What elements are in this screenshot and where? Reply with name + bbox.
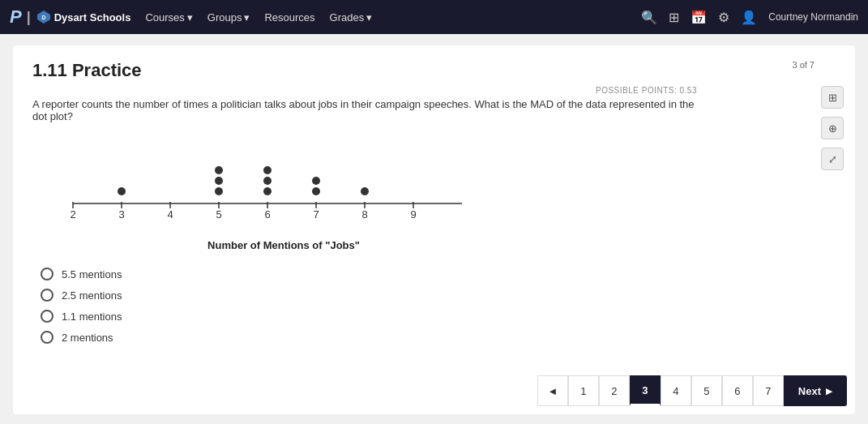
choice-b[interactable]: 2.5 mentions (41, 289, 836, 302)
circle-side-icon[interactable]: ⊕ (821, 117, 844, 139)
expand-side-icon[interactable]: ⤢ (821, 148, 844, 170)
logo-p: P (10, 8, 22, 26)
page-3-button[interactable]: 3 (630, 375, 661, 406)
svg-text:6: 6 (264, 208, 270, 221)
svg-text:8: 8 (361, 208, 367, 221)
dot-plot-container: 2 3 4 5 6 7 8 9 (57, 139, 511, 251)
school-name: Dysart Schools (54, 11, 131, 24)
nav-links: Courses ▾ Groups ▾ Resources Grades ▾ (145, 11, 626, 24)
nav-resources[interactable]: Resources (264, 11, 314, 24)
dot (361, 187, 369, 195)
avatar[interactable]: 👤 (741, 10, 757, 25)
dot (263, 166, 272, 174)
svg-text:9: 9 (410, 208, 416, 221)
choice-d[interactable]: 2 mentions (41, 331, 836, 344)
user-name: Courtney Normandin (768, 11, 858, 23)
page-5-button[interactable]: 5 (691, 375, 722, 406)
choice-c[interactable]: 1.1 mentions (41, 310, 836, 323)
svg-text:7: 7 (313, 208, 319, 221)
answer-choices: 5.5 mentions 2.5 mentions 1.1 mentions 2… (41, 268, 836, 344)
dot (263, 177, 272, 185)
radio-a[interactable] (41, 268, 53, 281)
choice-c-label: 1.1 mentions (62, 311, 122, 323)
dot (215, 187, 223, 195)
grid-side-icon[interactable]: ⊞ (821, 86, 844, 109)
svg-text:3: 3 (118, 208, 124, 221)
dot (215, 166, 223, 174)
dot-plot-svg: 2 3 4 5 6 7 8 9 (57, 139, 478, 236)
main-content: 1.11 Practice 3 of 7 ⊞ ⊕ ⤢ POSSIBLE POIN… (13, 45, 855, 414)
logo[interactable]: P | D Dysart Schools (10, 8, 130, 26)
calendar-icon[interactable]: 📅 (691, 10, 707, 25)
svg-text:2: 2 (70, 208, 75, 221)
settings-icon[interactable]: ⚙ (718, 10, 729, 25)
radio-c[interactable] (41, 310, 53, 323)
choice-a-label: 5.5 mentions (62, 268, 122, 281)
question-text: A reporter counts the number of times a … (32, 98, 697, 122)
nav-courses[interactable]: Courses ▾ (145, 11, 192, 24)
dot (312, 177, 320, 185)
page-counter: 3 of 7 (792, 60, 815, 70)
dot (118, 187, 126, 195)
dot (263, 187, 272, 195)
points-label: POSSIBLE POINTS: 0.53 (32, 86, 697, 95)
radio-d[interactable] (41, 331, 53, 344)
page-2-button[interactable]: 2 (599, 375, 630, 406)
nav-right: 🔍 ⊞ 📅 ⚙ 👤 Courtney Normandin (641, 10, 858, 25)
side-icons: ⊞ ⊕ ⤢ (821, 86, 844, 170)
nav-groups[interactable]: Groups ▾ (207, 11, 250, 24)
choice-b-label: 2.5 mentions (62, 289, 122, 302)
logo-sep: | (27, 9, 31, 26)
svg-text:4: 4 (167, 208, 173, 221)
dot (312, 187, 320, 195)
choice-d-label: 2 mentions (62, 332, 113, 344)
axis-label: Number of Mentions of "Jobs" (57, 239, 511, 251)
page-7-button[interactable]: 7 (753, 375, 784, 406)
grid-nav-icon[interactable]: ⊞ (669, 10, 679, 25)
bottom-navigation: ◄ 1 2 3 4 5 6 7 Next ▶ (537, 375, 847, 406)
svg-text:5: 5 (216, 208, 221, 221)
page-title: 1.11 Practice (32, 60, 836, 81)
top-navigation: P | D Dysart Schools Courses ▾ Groups ▾ … (0, 0, 868, 34)
nav-grades[interactable]: Grades ▾ (330, 11, 373, 24)
search-icon[interactable]: 🔍 (641, 10, 657, 25)
school-logo-icon: D (36, 9, 52, 25)
prev-page-button[interactable]: ◄ (537, 375, 568, 406)
next-arrow-icon: ▶ (826, 387, 832, 396)
page-1-button[interactable]: 1 (568, 375, 599, 406)
svg-text:D: D (41, 15, 45, 20)
next-label: Next (798, 385, 821, 397)
next-button[interactable]: Next ▶ (784, 375, 847, 406)
page-6-button[interactable]: 6 (722, 375, 753, 406)
dot (215, 177, 223, 185)
page-4-button[interactable]: 4 (661, 375, 691, 406)
choice-a[interactable]: 5.5 mentions (41, 268, 836, 281)
axis-ticks: 2 3 4 5 6 7 8 9 (70, 202, 416, 221)
radio-b[interactable] (41, 289, 53, 302)
